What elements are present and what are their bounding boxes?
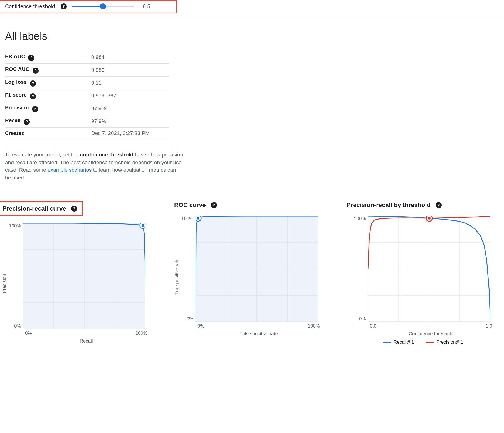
svg-point-17 [197,217,200,220]
metric-row: F1 score ?0.9791667 [5,89,169,102]
metric-value: 97.9% [91,115,169,128]
precision-recall-by-threshold-chart: Precision-recall by threshold ? 100% 0% … [347,201,502,345]
metric-key: ROC AUC ? [5,64,91,77]
precision-recall-chart: Precision-recall curve ? Precision 100% … [2,201,157,345]
metric-key: Recall ? [5,115,91,128]
chart-title: Precision-recall curve [3,205,66,212]
metric-key: PR AUC ? [5,51,91,64]
help-icon[interactable]: ? [436,202,442,208]
metric-key: Log loss ? [5,77,91,89]
svg-point-27 [428,217,431,220]
help-icon[interactable]: ? [32,106,38,112]
chart-canvas [23,223,145,329]
threshold-slider[interactable] [72,3,134,10]
chart-canvas [196,216,318,322]
legend-item: Recall@1 [383,339,414,345]
metric-value: 0.984 [91,51,169,64]
metric-row: Precision ?97.9% [5,102,169,115]
help-icon[interactable]: ? [30,80,36,87]
svg-point-8 [142,224,144,227]
metric-row: Log loss ?0.11 [5,77,169,89]
threshold-label: Confidence threshold [5,3,55,9]
metric-value: Dec 7, 2021, 6:27:33 PM [91,128,169,139]
help-icon[interactable]: ? [24,119,30,125]
y-axis-label: Precision [2,274,7,293]
metric-value: 97.9% [91,102,169,115]
metric-key: Precision ? [5,102,91,115]
roc-chart: ROC curve ? True positive rate 100% 0% 0… [174,201,330,345]
chart-title: ROC curve [174,201,206,209]
metric-value: 0.986 [91,64,169,77]
y-axis-label [347,280,352,281]
help-icon[interactable]: ? [211,202,217,208]
help-icon[interactable]: ? [61,3,67,9]
help-icon[interactable]: ? [33,68,39,74]
metric-value: 0.11 [91,77,169,89]
example-scenarios-link[interactable]: example scenarios [48,167,92,173]
help-icon[interactable]: ? [71,206,77,212]
metric-key: Created [5,128,91,139]
help-icon[interactable]: ? [30,93,36,99]
confidence-threshold-control: Confidence threshold ? 0.5 [0,0,177,13]
help-icon[interactable]: ? [28,55,34,61]
metric-row: Created Dec 7, 2021, 6:27:33 PM [5,128,169,139]
metrics-table: PR AUC ?0.984ROC AUC ?0.986Log loss ?0.1… [5,51,169,139]
y-axis-label: True positive rate [174,258,180,295]
legend-item: Precision@1 [426,339,463,345]
threshold-value: 0.5 [143,3,150,9]
metric-row: ROC AUC ?0.986 [5,64,169,77]
chart-title: Precision-recall by threshold [347,201,431,209]
x-axis-label: Recall [25,338,147,344]
x-axis-label: Confidence threshold [370,331,492,337]
chart-legend: Recall@1 Precision@1 [354,339,492,345]
metric-row: Recall ?97.9% [5,115,169,128]
metric-value: 0.9791667 [91,89,169,102]
x-axis-label: False positive rate [197,331,320,337]
section-title: All labels [5,30,499,42]
metric-key: F1 score ? [5,89,91,102]
chart-canvas [368,216,490,322]
evaluation-hint: To evaluate your model, set the confiden… [5,151,183,181]
metric-row: PR AUC ?0.984 [5,51,169,64]
